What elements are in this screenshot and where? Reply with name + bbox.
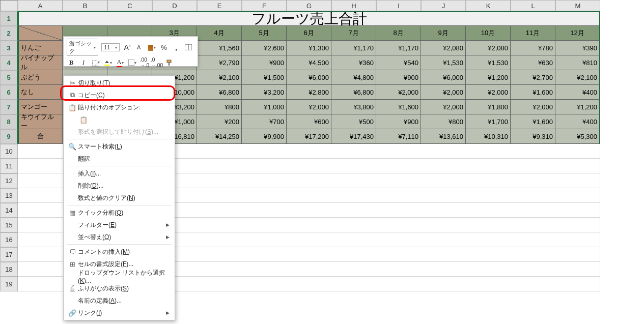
val-cell[interactable]: ¥1,700 (466, 114, 511, 129)
val-cell[interactable]: ¥1,500 (242, 70, 287, 85)
row-header-16[interactable]: 16 (0, 232, 18, 247)
val-cell[interactable]: ¥5,300 (555, 129, 600, 144)
row-header-3[interactable]: 3 (0, 41, 18, 55)
val-cell[interactable]: ¥1,800 (466, 100, 511, 114)
val-cell[interactable]: ¥3,800 (331, 100, 376, 114)
row-header-13[interactable]: 13 (0, 188, 18, 203)
val-cell[interactable]: ¥13,610 (421, 129, 466, 144)
val-cell[interactable]: ¥900 (376, 70, 421, 85)
val-cell[interactable]: ¥1,300 (287, 41, 331, 55)
val-cell[interactable]: ¥2,800 (287, 85, 331, 100)
ctx-filter[interactable]: フィルター(E)▶ (64, 219, 175, 231)
select-all-corner[interactable] (0, 0, 18, 11)
fruit-label[interactable]: なし (18, 85, 63, 100)
ctx-cut[interactable]: ✂切り取り(T) (64, 77, 175, 89)
val-cell[interactable]: ¥700 (242, 114, 287, 129)
val-cell[interactable]: ¥1,600 (511, 114, 555, 129)
merge-center-icon[interactable] (184, 43, 193, 52)
val-cell[interactable]: ¥800 (197, 100, 242, 114)
val-cell[interactable]: ¥2,100 (555, 70, 600, 85)
val-cell[interactable]: ¥2,000 (376, 85, 421, 100)
col-header-D[interactable]: D (152, 0, 197, 11)
ctx-sort[interactable]: 並べ替え(O)▶ (64, 231, 175, 243)
col-header-K[interactable]: K (466, 0, 511, 11)
val-cell[interactable]: ¥1,530 (466, 55, 511, 70)
val-cell[interactable]: ¥2,790 (197, 55, 242, 70)
val-cell[interactable]: ¥390 (555, 41, 600, 55)
val-cell[interactable]: ¥9,310 (511, 129, 555, 144)
row-header-5[interactable]: 5 (0, 70, 18, 85)
val-cell[interactable]: ¥3,200 (242, 85, 287, 100)
accounting-format-icon[interactable]: ䷀▾ (147, 43, 156, 52)
font-family-select[interactable]: 游ゴシック▾ (67, 39, 98, 56)
col-header-E[interactable]: E (197, 0, 242, 11)
month-11[interactable]: 11月 (511, 26, 555, 41)
row-header-11[interactable]: 11 (0, 159, 18, 173)
increase-font-icon[interactable]: A^ (123, 43, 132, 52)
decrease-font-icon[interactable]: Aˇ (135, 43, 144, 52)
month-5[interactable]: 5月 (242, 26, 287, 41)
comma-format-icon[interactable]: , (172, 43, 181, 52)
val-cell[interactable]: ¥1,170 (376, 41, 421, 55)
row-header-8[interactable]: 8 (0, 114, 18, 129)
val-cell[interactable]: ¥1,530 (421, 55, 466, 70)
ctx-insert-comment[interactable]: 🗨コメントの挿入(M) (64, 246, 175, 258)
month-6[interactable]: 6月 (287, 26, 331, 41)
month-12[interactable]: 12月 (555, 26, 600, 41)
val-cell[interactable]: ¥1,200 (555, 100, 600, 114)
val-cell[interactable]: ¥200 (197, 114, 242, 129)
row-header-18[interactable]: 18 (0, 262, 18, 277)
row-header-4[interactable]: 4 (0, 55, 18, 70)
ctx-clear[interactable]: 数式と値のクリア(N) (64, 192, 175, 204)
decrease-decimal-icon[interactable]: .0→.00 (152, 58, 161, 67)
month-8[interactable]: 8月 (376, 26, 421, 41)
ctx-copy[interactable]: ⧉コピー(C) (64, 89, 175, 101)
col-header-M[interactable]: M (555, 0, 600, 11)
col-header-C[interactable]: C (107, 0, 152, 11)
row-header-6[interactable]: 6 (0, 85, 18, 100)
font-size-select[interactable]: 11▾ (101, 43, 120, 51)
col-header-B[interactable]: B (63, 0, 107, 11)
ctx-delete[interactable]: 削除(D)... (64, 180, 175, 192)
diagonal-header-cell[interactable] (18, 26, 63, 41)
title-cell[interactable]: フルーツ売上合計 (18, 11, 600, 26)
month-7[interactable]: 7月 (331, 26, 376, 41)
fill-color-icon[interactable]: ▾ (103, 58, 113, 67)
val-cell[interactable]: ¥14,250 (197, 129, 242, 144)
val-cell[interactable]: ¥2,600 (242, 41, 287, 55)
val-cell[interactable]: ¥1,600 (511, 85, 555, 100)
val-cell[interactable]: ¥4,800 (331, 70, 376, 85)
val-cell[interactable]: ¥900 (376, 114, 421, 129)
total-label[interactable]: 合 (18, 129, 63, 144)
underline-icon[interactable]: ⬚▾ (91, 58, 100, 67)
val-cell[interactable]: ¥540 (376, 55, 421, 70)
row-header-7[interactable]: 7 (0, 100, 18, 114)
month-10[interactable]: 10月 (466, 26, 511, 41)
row-header-17[interactable]: 17 (0, 247, 18, 262)
val-cell[interactable]: ¥6,000 (287, 70, 331, 85)
ctx-smart-lookup[interactable]: 🔍スマート検索(L) (64, 140, 175, 153)
val-cell[interactable]: ¥1,600 (376, 100, 421, 114)
percent-format-icon[interactable]: % (159, 43, 169, 52)
row-header-19[interactable]: 19 (0, 277, 18, 291)
val-cell[interactable]: ¥2,080 (466, 41, 511, 55)
val-cell[interactable]: ¥400 (555, 85, 600, 100)
val-cell[interactable]: ¥2,000 (511, 100, 555, 114)
val-cell[interactable]: ¥780 (511, 41, 555, 55)
val-cell[interactable]: ¥17,430 (331, 129, 376, 144)
val-cell[interactable]: ¥1,170 (331, 41, 376, 55)
ctx-define-name[interactable]: 名前の定義(A)... (64, 294, 175, 307)
val-cell[interactable]: ¥400 (555, 114, 600, 129)
format-painter-icon[interactable] (164, 58, 174, 67)
borders-icon[interactable]: ▾ (128, 58, 137, 67)
fruit-label[interactable]: ぶどう (18, 70, 63, 85)
val-cell[interactable]: ¥1,200 (466, 70, 511, 85)
italic-icon[interactable]: I (79, 58, 88, 67)
val-cell[interactable]: ¥900 (242, 55, 287, 70)
ctx-paste-options[interactable]: 📋貼り付けのオプション: (64, 101, 175, 113)
val-cell[interactable]: ¥2,700 (511, 70, 555, 85)
row-header-9[interactable]: 9 (0, 129, 18, 144)
val-cell[interactable]: ¥1,560 (197, 41, 242, 55)
ctx-insert[interactable]: 挿入(I)... (64, 167, 175, 180)
col-header-A[interactable]: A (18, 0, 63, 11)
